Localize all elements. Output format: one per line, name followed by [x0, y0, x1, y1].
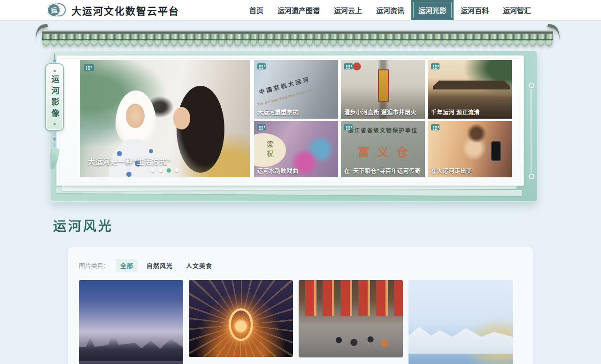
thumbnail-caption: 漫步小河直街 邂逅市井烟火: [344, 108, 423, 116]
video-thumbnail[interactable]: 梁祝 运河水韵映戏曲: [254, 121, 338, 177]
watermark-icon: [257, 63, 266, 69]
hanging-plaque: 运河影像 ✾: [43, 53, 66, 169]
brand-logo[interactable]: 运 大运河文化数智云平台: [47, 0, 179, 20]
nav-item-canal-media[interactable]: 运河光影: [411, 0, 454, 20]
carousel-dot[interactable]: [175, 168, 179, 172]
gallery-image[interactable]: [79, 280, 183, 364]
tassel-knot-icon: ✾: [43, 136, 66, 142]
video-thumbnail[interactable]: 在大运河走出美: [428, 121, 512, 177]
carousel-dot[interactable]: [159, 168, 163, 172]
gallery-image[interactable]: [408, 280, 513, 364]
nav-item-canal-cloud[interactable]: 运河云上: [327, 0, 369, 20]
nav-item-canal-encyclopedia[interactable]: 运河百科: [454, 0, 496, 20]
tassel-icon: [50, 147, 59, 169]
thumbnail-caption: 在“天下粮仓”寻百年运河传奇: [344, 167, 423, 174]
watermark-icon: [431, 124, 439, 130]
nav-item-canal-news[interactable]: 运河资讯: [369, 0, 411, 20]
thumbnail-caption: 千年运河 源正流清: [431, 108, 509, 116]
roof-tiles-decoration: [42, 30, 553, 47]
video-thumbnail[interactable]: 漫步小河直街 邂逅市井烟火: [341, 60, 425, 119]
watermark-icon: [431, 63, 439, 69]
category-filter-row: 图片类目： 全部 自然风光 人文美食: [79, 259, 522, 272]
video-thumbnail[interactable]: 中国京杭大运河 The Beijing-Hangzhou Grand Ca 大运…: [254, 60, 338, 119]
filter-tab-natural-scenery[interactable]: 自然风光: [142, 259, 177, 272]
carousel-dots: [151, 168, 179, 172]
thumbnail-caption: 运河水韵映戏曲: [257, 167, 336, 174]
watermark-icon: [344, 124, 353, 130]
hanging-cord-decoration: [531, 89, 532, 173]
image-masonry-grid: [79, 280, 522, 364]
plaque-label: 运河影像: [49, 75, 61, 120]
nav-item-heritage-atlas[interactable]: 运河遗产图谱: [270, 0, 327, 20]
nav-item-canal-wisdom[interactable]: 运河智汇: [496, 0, 538, 20]
video-thumbnail[interactable]: 千年运河 源正流清: [428, 60, 512, 119]
nav-item-home[interactable]: 首页: [242, 0, 270, 20]
carousel-dot[interactable]: [151, 168, 155, 172]
video-thumbnail[interactable]: 浙江省省级文物保护单位 富义仓 在“天下粮仓”寻百年运河传奇: [341, 121, 425, 177]
section-title-canal-scenery: 运河风光: [53, 216, 113, 235]
watermark-icon: [257, 124, 266, 130]
watermark-icon: [344, 63, 353, 69]
thumbnail-caption: 大运河重塑京杭: [257, 108, 336, 116]
filter-tab-culture-food[interactable]: 人文美食: [182, 259, 216, 272]
gallery-image[interactable]: [299, 280, 403, 357]
gallery-image[interactable]: [189, 280, 293, 357]
thumbnail-caption: 在大运河走出美: [431, 167, 509, 174]
filter-label: 图片类目：: [79, 261, 109, 270]
top-navbar: 运 大运河文化数智云平台 首页 运河遗产图谱 运河云上 运河资讯 运河光影 运河…: [0, 0, 601, 21]
site-title: 大运河文化数智云平台: [71, 3, 179, 17]
gallery-panel: 图片类目： 全部 自然风光 人文美食: [68, 247, 533, 364]
slide-caption: 大运河是一种“生活方式”: [88, 156, 171, 166]
canal-seal-icon: 运: [47, 2, 66, 19]
carousel-dot[interactable]: [167, 168, 171, 172]
main-nav: 首页 运河遗产图谱 运河云上 运河资讯 运河光影 运河百科 运河智汇: [242, 0, 538, 20]
watermark-icon: [84, 64, 94, 71]
carousel-main-slide[interactable]: 大运河是一种“生活方式”: [80, 60, 250, 177]
filter-tab-all[interactable]: 全部: [116, 259, 138, 272]
hero-banner: 运河影像 ✾ 大运河是一种“生活方式” 中国京杭大运河 The Beijing-…: [0, 21, 601, 202]
